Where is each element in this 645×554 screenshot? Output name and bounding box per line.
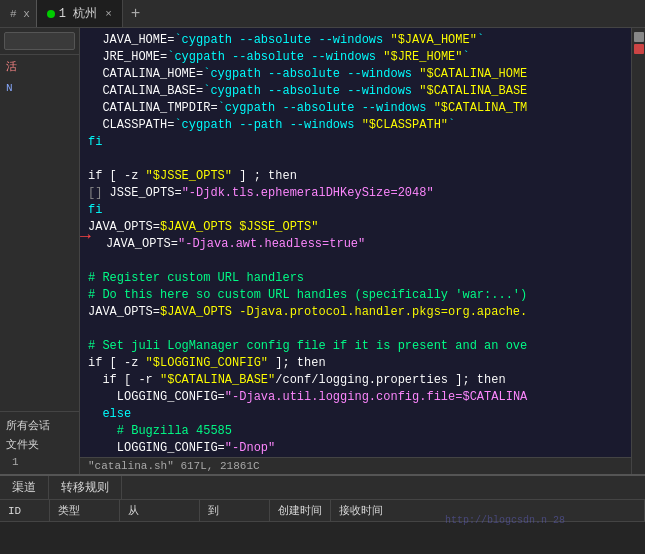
bottom-content: ID 类型 从 到 创建时间 接收时间 http://blogcsdn.n 28 — [0, 500, 645, 554]
tab-bar: # x 1 杭州 × + — [0, 0, 645, 28]
code-line: JAVA_OPTS=$JAVA_OPTS $JSSE_OPTS" — [88, 219, 631, 236]
code-line: CLASSPATH=`cygpath --path --windows "$CL… — [88, 117, 631, 134]
th-type[interactable]: 类型 — [50, 500, 120, 521]
code-line: CATALINA_BASE=`cygpath --absolute --wind… — [88, 83, 631, 100]
main-area: 活 N 所有会话 文件夹 1 → JAVA_HOME=`cygpath --ab… — [0, 28, 645, 474]
sidebar-spacer — [0, 98, 79, 411]
code-line: if [ -z "$JSSE_OPTS" ] ; then — [88, 168, 631, 185]
code-line: # Bugzilla 45585 — [88, 423, 631, 440]
code-line: [] JSSE_OPTS="-Djdk.tls.ephemeralDHKeySi… — [88, 185, 631, 202]
table-header: ID 类型 从 到 创建时间 接收时间 — [0, 500, 645, 522]
search-input[interactable] — [4, 32, 75, 50]
code-line: JRE_HOME=`cygpath --absolute --windows "… — [88, 49, 631, 66]
sidebar-item-active[interactable]: 活 — [0, 55, 79, 78]
right-edge — [631, 28, 645, 474]
file-status: "catalina.sh" 617L, 21861C — [88, 460, 260, 472]
editor-area[interactable]: → JAVA_HOME=`cygpath --absolute --window… — [80, 28, 631, 474]
tab-transfer-rules[interactable]: 转移规则 — [49, 476, 122, 499]
code-line: JAVA_OPTS=$JAVA_OPTS -Djava.protocol.han… — [88, 304, 631, 321]
tab-active[interactable]: 1 杭州 × — [37, 0, 123, 27]
th-id[interactable]: ID — [0, 500, 50, 521]
code-line: fi — [88, 134, 631, 151]
right-edge-indicator-2 — [634, 44, 644, 54]
bottom-panel: 渠道 转移规则 ID 类型 从 到 创建时间 接收时间 — [0, 474, 645, 554]
tab-label: 1 杭州 — [59, 5, 97, 22]
th-created-time[interactable]: 创建时间 — [270, 500, 331, 521]
code-line: # Do this here so custom URL handles (sp… — [88, 287, 631, 304]
th-from[interactable]: 从 — [120, 500, 200, 521]
code-line: # Register custom URL handlers — [88, 270, 631, 287]
code-line — [88, 321, 631, 338]
pin-label: # x — [10, 8, 30, 20]
sidebar-folders[interactable]: 文件夹 — [6, 435, 73, 454]
sidebar-all-sessions[interactable]: 所有会话 — [6, 416, 73, 435]
code-line: if [ -z "$LOGGING_CONFIG" ]; then — [88, 355, 631, 372]
th-to[interactable]: 到 — [200, 500, 270, 521]
code-line: fi — [88, 202, 631, 219]
sidebar-item-n[interactable]: N — [0, 78, 79, 98]
code-line: LOGGING_CONFIG="-Dnop" — [88, 440, 631, 457]
sidebar-search-container — [0, 28, 79, 55]
sidebar: 活 N 所有会话 文件夹 1 — [0, 28, 80, 474]
code-line — [88, 253, 631, 270]
th-received-time[interactable]: 接收时间 — [331, 500, 645, 521]
bottom-tabs: 渠道 转移规则 — [0, 476, 645, 500]
code-line: LOGGING_CONFIG="-Djava.util.logging.conf… — [88, 389, 631, 406]
code-line — [88, 151, 631, 168]
tab-add-button[interactable]: + — [123, 5, 149, 23]
tab-channel[interactable]: 渠道 — [0, 476, 49, 499]
code-line: if [ -r "$CATALINA_BASE"/conf/logging.pr… — [88, 372, 631, 389]
tab-status-dot — [47, 10, 55, 18]
right-edge-indicator-1 — [634, 32, 644, 42]
code-line: # Set juli LogManager config file if it … — [88, 338, 631, 355]
code-container: → JAVA_HOME=`cygpath --absolute --window… — [80, 28, 631, 457]
code-lines: JAVA_HOME=`cygpath --absolute --windows … — [80, 32, 631, 457]
sidebar-count: 1 — [6, 454, 73, 470]
status-bar: "catalina.sh" 617L, 21861C — [80, 457, 631, 474]
tab-close-button[interactable]: × — [105, 8, 112, 20]
code-line: JAVA_HOME=`cygpath --absolute --windows … — [88, 32, 631, 49]
code-line-arrow: JAVA_OPTS="-Djava.awt.headless=true" — [88, 236, 631, 253]
tab-pin[interactable]: # x — [4, 0, 37, 27]
sidebar-bottom: 所有会话 文件夹 1 — [0, 411, 79, 474]
code-line: else — [88, 406, 631, 423]
code-line: CATALINA_TMPDIR=`cygpath --absolute --wi… — [88, 100, 631, 117]
code-line: CATALINA_HOME=`cygpath --absolute --wind… — [88, 66, 631, 83]
